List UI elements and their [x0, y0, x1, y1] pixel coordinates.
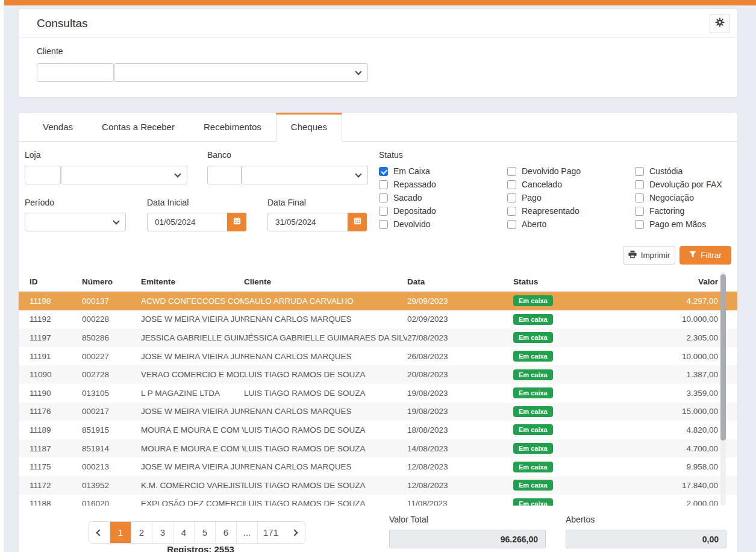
cell-valor: 2.305,00: [619, 333, 718, 342]
cell-cliente: RENAN CARLOS MARQUES: [244, 462, 407, 471]
status-badge: Em caixa: [513, 351, 553, 362]
checkbox-icon: [507, 167, 516, 176]
status-checkbox-label: Depositado: [393, 206, 436, 216]
column-header-data[interactable]: Data: [407, 277, 513, 286]
data-final-calendar-button[interactable]: [348, 213, 367, 231]
checkbox-icon: [379, 220, 388, 229]
loja-code-input[interactable]: [25, 166, 61, 184]
cell-id: 11192: [30, 315, 82, 324]
cell-valor: 17.840,00: [619, 481, 718, 490]
tab-recebimentos[interactable]: Recebimentos: [189, 113, 276, 141]
cell-status: Em caixa: [513, 369, 619, 380]
checkbox-icon: [507, 193, 516, 202]
cell-numero: 013105: [82, 389, 141, 398]
status-checkbox-label: Pago em Mãos: [649, 219, 706, 229]
status-checkbox[interactable]: Aberto: [507, 218, 634, 231]
cell-numero: 850286: [82, 333, 141, 342]
table-row[interactable]: 11188 016020 EXPLOSÃO DEZ COMERCIO… LUIS…: [19, 495, 737, 506]
loja-select[interactable]: [61, 166, 187, 184]
status-checkbox[interactable]: Pago: [507, 191, 634, 204]
table-row[interactable]: 11198 000137 ACWD CONFECCOES COMER… SAUL…: [19, 292, 737, 310]
status-checkbox[interactable]: Repassado: [379, 178, 505, 191]
banco-select[interactable]: [242, 166, 368, 184]
status-label: Status: [379, 150, 403, 160]
cell-status: Em caixa: [513, 443, 619, 454]
table-row[interactable]: 11175 000213 JOSE W MEIRA VIEIRA JUNIOR …: [19, 457, 737, 476]
table-row[interactable]: 11187 851914 MOURA E MOURA E COM VA… LUI…: [19, 439, 737, 458]
filtrar-button[interactable]: Filtrar: [679, 246, 731, 265]
chevron-down-icon: [174, 171, 181, 177]
cliente-select[interactable]: [114, 63, 368, 82]
cliente-code-input[interactable]: [37, 63, 114, 82]
table-row[interactable]: 11172 013952 K.M. COMERCIO VAREJISTA … L…: [19, 476, 737, 495]
tab-contas-a-receber[interactable]: Contas a Receber: [87, 113, 189, 141]
status-checkbox-label: Devolvido: [393, 219, 430, 229]
tab-cheques[interactable]: Cheques: [276, 113, 342, 142]
status-checkbox[interactable]: Cancelado: [507, 178, 634, 191]
table-row[interactable]: 11192 000228 JOSE W MEIRA VIEIRA JUNIOR …: [19, 310, 737, 329]
cell-emitente: JOSE W MEIRA VIEIRA JUNIOR: [141, 407, 244, 416]
pagination-page-button[interactable]: ...: [237, 522, 258, 543]
table-row[interactable]: 11090 002728 VERAO COMERCIO E MODAS… LUI…: [19, 365, 737, 384]
pagination-next-button[interactable]: [284, 522, 305, 543]
calendar-icon: [233, 216, 242, 228]
table-row[interactable]: 11190 013105 L P MAGAZINE LTDA LUIS TIAG…: [19, 384, 737, 403]
table-scrollbar-thumb[interactable]: [720, 274, 726, 441]
imprimir-button[interactable]: Imprimir: [623, 246, 675, 265]
cell-valor: 1.387,00: [619, 370, 718, 379]
status-checkbox[interactable]: Factoring: [635, 204, 756, 218]
table-row[interactable]: 11189 851915 MOURA E MOURA E COM VA… LUI…: [19, 421, 737, 439]
cell-emitente: JOSE W MEIRA VIEIRA JUNIOR: [141, 352, 244, 361]
pagination-page-button[interactable]: 3: [152, 522, 173, 543]
status-checkbox[interactable]: Negociação: [635, 191, 756, 204]
cell-valor: 15.000,00: [619, 407, 718, 416]
chevron-left-icon: [96, 529, 102, 536]
table-scrollbar-track[interactable]: [720, 272, 726, 506]
status-checkbox[interactable]: Devolvido Pago: [507, 165, 634, 178]
pagination: 1 2 3 4 5 6 ... 171: [89, 521, 305, 544]
cell-cliente: LUIS TIAGO RAMOS DE SOUZA: [244, 425, 407, 434]
cell-numero: 000228: [82, 315, 141, 324]
pagination-page-button[interactable]: 5: [195, 522, 216, 543]
column-header-emitente[interactable]: Emitente: [141, 277, 244, 286]
status-checkbox[interactable]: Reapresentado: [507, 204, 634, 218]
checkbox-icon: [379, 193, 388, 202]
status-badge: Em caixa: [513, 443, 553, 454]
cell-id: 11090: [30, 370, 82, 379]
column-header-valor[interactable]: Valor: [619, 277, 718, 286]
status-checkbox[interactable]: Sacado: [379, 191, 505, 204]
column-header-cliente[interactable]: Cliente: [244, 277, 407, 286]
pagination-page-button[interactable]: 171: [258, 522, 284, 543]
table-row[interactable]: 11197 850286 JESSICA GABRIELLE GUIMA… JÉ…: [19, 328, 737, 347]
status-checkbox[interactable]: Custódia: [635, 165, 756, 178]
cell-id: 11175: [30, 462, 82, 471]
table-row[interactable]: 11191 000227 JOSE W MEIRA VIEIRA JUNIOR …: [19, 347, 737, 366]
top-accent-bar: [4, 0, 756, 5]
pagination-prev-button[interactable]: [89, 522, 110, 543]
checkbox-icon: [635, 193, 644, 202]
pagination-page-button[interactable]: 1: [110, 522, 131, 543]
pagination-page-button[interactable]: 2: [131, 522, 152, 543]
cell-id: 11190: [30, 389, 82, 398]
cell-emitente: K.M. COMERCIO VAREJISTA …: [141, 481, 244, 490]
tab-vendas[interactable]: Vendas: [28, 113, 87, 141]
table-row[interactable]: 11176 000217 JOSE W MEIRA VIEIRA JUNIOR …: [19, 403, 737, 421]
column-header-status[interactable]: Status: [513, 277, 619, 286]
status-checkbox[interactable]: Devolução por FAX: [635, 178, 756, 191]
cell-valor: 4.700,00: [619, 444, 718, 453]
status-checkbox[interactable]: Depositado: [379, 204, 505, 218]
pagination-page-button[interactable]: 4: [173, 522, 195, 543]
data-inicial-calendar-button[interactable]: [227, 213, 246, 231]
banco-code-input[interactable]: [207, 166, 242, 184]
column-header-id[interactable]: ID: [30, 277, 82, 286]
periodo-select[interactable]: [25, 213, 126, 231]
cell-id: 11172: [30, 481, 82, 490]
cell-status: Em caixa: [513, 332, 619, 343]
settings-button[interactable]: [710, 14, 730, 33]
status-checkbox[interactable]: Pago em Mãos: [635, 218, 756, 231]
pagination-page-button[interactable]: 6: [216, 522, 237, 543]
status-checkbox[interactable]: Em Caixa: [379, 165, 505, 178]
status-checkbox[interactable]: Devolvido: [379, 218, 505, 231]
column-header-numero[interactable]: Número: [82, 277, 141, 286]
cell-data: 18/08/2023: [407, 425, 513, 434]
